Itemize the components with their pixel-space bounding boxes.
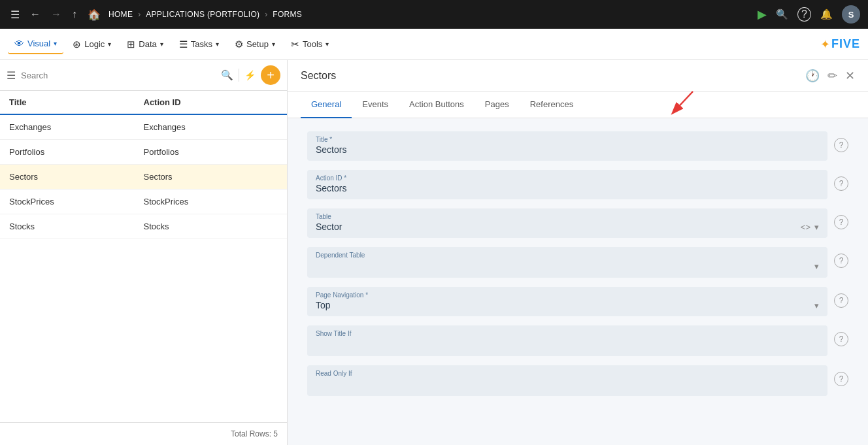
table-footer: Total Rows: 5 <box>0 422 287 445</box>
top-nav-right: ▶ 🔍 ? 🔔 S <box>758 5 860 24</box>
toolbar-item-logic[interactable]: ⊛ Logic ▾ <box>66 35 118 54</box>
row-title: Sectors <box>9 172 144 182</box>
form-area: Title * Sectors ? Action ID * Sectors ? … <box>288 118 868 445</box>
tools-dropdown-icon: ▾ <box>326 41 329 48</box>
dropdown-icon[interactable]: ▾ <box>814 222 819 232</box>
home-breadcrumb[interactable]: HOME <box>108 10 133 19</box>
field-page-navigation-value: Top <box>316 300 814 310</box>
field-dependent-table-content: ▾ <box>316 260 819 272</box>
field-table-actions: <> ▾ <box>801 222 819 232</box>
field-dependent-table[interactable]: Dependent Table ▾ <box>307 247 827 278</box>
setup-icon: ⚙ <box>235 39 243 50</box>
toolbar-item-tasks[interactable]: ☰ Tasks ▾ <box>173 35 225 54</box>
svg-line-1 <box>673 91 693 112</box>
toolbar-item-tools[interactable]: ✂ Tools ▾ <box>284 35 335 54</box>
help-title[interactable]: ? <box>834 138 848 152</box>
setup-label: Setup <box>246 39 269 49</box>
add-button[interactable]: + <box>261 65 280 85</box>
tasks-icon: ☰ <box>179 39 188 50</box>
field-action-id-value: Sectors <box>316 183 819 193</box>
data-table: Title Action ID Exchanges Exchanges Port… <box>0 91 287 422</box>
table-row[interactable]: Stocks Stocks <box>0 214 287 239</box>
field-action-id-label: Action ID * <box>316 174 819 182</box>
data-label: Data <box>139 39 156 49</box>
search-input[interactable] <box>21 71 216 80</box>
form-row-action-id: Action ID * Sectors ? <box>307 170 848 199</box>
panel-menu-icon[interactable]: ☰ <box>7 69 16 82</box>
left-panel: ☰ 🔍 ⚡ + Title Action ID Exchanges Exchan… <box>0 60 288 445</box>
app-breadcrumb[interactable]: APPLICATIONS (PORTFOLIO) <box>146 10 259 19</box>
flash-icon[interactable]: ⚡ <box>244 70 256 80</box>
tab-action-buttons[interactable]: Action Buttons <box>399 91 475 118</box>
toolbar: 👁 Visual ▾ ⊛ Logic ▾ ⊞ Data ▾ ☰ Tasks ▾ … <box>0 29 868 60</box>
table-row[interactable]: StockPrices StockPrices <box>0 190 287 214</box>
dropdown-icon[interactable]: ▾ <box>814 301 819 310</box>
form-row-read-only: Read Only If ? <box>307 365 848 396</box>
logic-icon: ⊛ <box>73 39 81 50</box>
right-header: Sectors 🕐 ✏ ✕ <box>288 60 868 91</box>
help-dependent-table[interactable]: ? <box>834 254 848 268</box>
field-title-value: Sectors <box>316 144 819 155</box>
field-read-only[interactable]: Read Only If <box>307 365 827 396</box>
table-row[interactable]: Portfolios Portfolios <box>0 140 287 165</box>
toolbar-item-visual[interactable]: 👁 Visual ▾ <box>8 34 63 54</box>
field-title-label: Title * <box>316 136 819 143</box>
play-button[interactable]: ▶ <box>758 7 767 22</box>
field-title[interactable]: Title * Sectors <box>307 131 827 161</box>
tab-pages[interactable]: Pages <box>475 91 520 118</box>
field-table-label: Table <box>316 213 819 220</box>
help-action-id[interactable]: ? <box>834 176 848 191</box>
row-title: Exchanges <box>9 122 144 132</box>
logic-label: Logic <box>84 39 105 49</box>
field-show-title-value <box>316 338 819 350</box>
tab-events[interactable]: Events <box>352 91 399 118</box>
field-table-value: Sector <box>316 222 801 232</box>
field-dependent-table-value <box>316 260 814 272</box>
edit-icon[interactable]: ✏ <box>827 69 837 83</box>
field-action-id[interactable]: Action ID * Sectors <box>307 170 827 199</box>
row-action-id: Portfolios <box>144 147 278 157</box>
table-header: Title Action ID <box>0 91 287 115</box>
search-divider <box>239 69 239 82</box>
field-read-only-label: Read Only If <box>316 370 819 377</box>
page-breadcrumb[interactable]: FORMS <box>273 10 302 19</box>
code-icon[interactable]: <> <box>801 222 810 232</box>
visual-label: Visual <box>27 39 50 48</box>
help-table[interactable]: ? <box>834 215 848 229</box>
search-icon[interactable]: 🔍 <box>221 69 233 81</box>
toolbar-item-data[interactable]: ⊞ Data ▾ <box>120 35 169 54</box>
form-row-table: Table Sector <> ▾ ? <box>307 208 848 238</box>
row-action-id: StockPrices <box>144 197 278 206</box>
field-page-navigation[interactable]: Page Navigation * Top ▾ <box>307 287 827 316</box>
search-button[interactable]: 🔍 <box>776 8 788 20</box>
toolbar-item-setup[interactable]: ⚙ Setup ▾ <box>228 35 282 54</box>
bell-button[interactable]: 🔔 <box>820 8 833 20</box>
field-dependent-table-actions: ▾ <box>814 261 819 271</box>
up-icon[interactable]: ↑ <box>69 6 80 23</box>
setup-dropdown-icon: ▾ <box>272 41 275 48</box>
help-button[interactable]: ? <box>797 7 811 22</box>
form-row-title: Title * Sectors ? <box>307 131 848 161</box>
menu-icon[interactable]: ☰ <box>8 6 22 24</box>
field-show-title[interactable]: Show Title If <box>307 325 827 356</box>
row-action-id: Sectors <box>144 172 278 182</box>
row-title: StockPrices <box>9 197 144 206</box>
table-row[interactable]: Sectors Sectors <box>0 165 287 190</box>
forward-icon[interactable]: → <box>48 6 64 23</box>
dropdown-icon[interactable]: ▾ <box>814 261 819 271</box>
avatar[interactable]: S <box>842 5 860 24</box>
form-row-show-title: Show Title If ? <box>307 325 848 356</box>
back-icon[interactable]: ← <box>27 6 43 23</box>
top-navigation: ☰ ← → ↑ 🏠 HOME › APPLICATIONS (PORTFOLIO… <box>0 0 868 29</box>
help-page-navigation[interactable]: ? <box>834 293 848 308</box>
help-show-title[interactable]: ? <box>834 332 848 346</box>
tab-general[interactable]: General <box>301 91 352 118</box>
tabs-container: General Events Action Buttons Pages Refe… <box>288 91 868 118</box>
help-read-only[interactable]: ? <box>834 372 848 386</box>
table-row[interactable]: Exchanges Exchanges <box>0 115 287 140</box>
tab-references[interactable]: References <box>520 91 584 118</box>
field-table[interactable]: Table Sector <> ▾ <box>307 208 827 238</box>
close-icon[interactable]: ✕ <box>845 69 855 83</box>
history-icon[interactable]: 🕐 <box>805 69 820 83</box>
column-action-id: Action ID <box>144 97 278 107</box>
